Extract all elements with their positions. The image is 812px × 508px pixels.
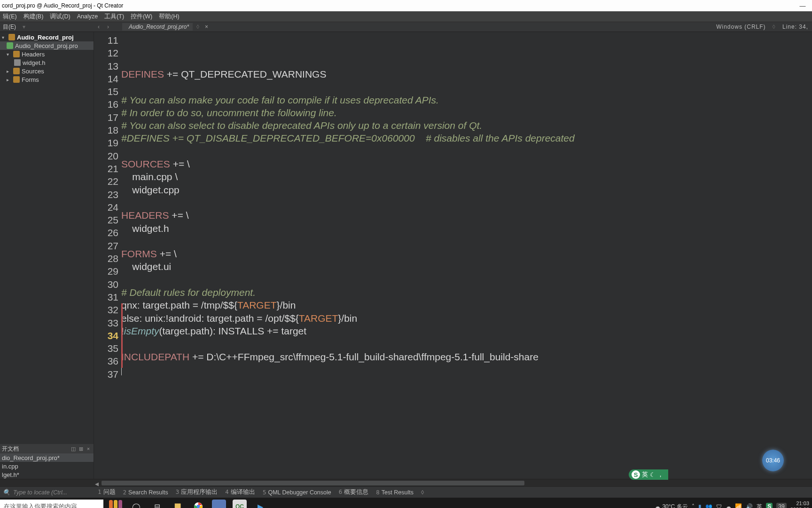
tray-cloud-icon[interactable]: ☁ (726, 503, 731, 508)
open-doc-item[interactable]: lget.h* (0, 470, 94, 479)
tray-clock[interactable]: 21:03 2022-08 (790, 500, 809, 508)
code-line[interactable]: #DEFINES += QT_DISABLE_DEPRECATED_BEFORE… (121, 132, 812, 144)
tray-chevron-up-icon[interactable]: ˄ (692, 503, 695, 508)
code-line[interactable]: # You can also make your code fail to co… (121, 94, 812, 106)
code-area[interactable]: DEFINES += QT_DEPRECATED_WARNINGS# You c… (121, 32, 812, 479)
line-number: 27 (94, 239, 121, 252)
code-line[interactable]: # In order to do so, uncomment the follo… (121, 106, 812, 119)
code-line[interactable] (121, 196, 812, 209)
cursor-position[interactable]: Line: 34, (782, 24, 808, 30)
editor-h-scrollbar[interactable]: ◂ (0, 479, 812, 486)
menu-edit[interactable]: 辑(E) (1, 13, 19, 21)
open-docs-close-icon[interactable]: × (85, 445, 92, 452)
code-line[interactable]: !isEmpty(target.path): INSTALLS += targe… (121, 325, 812, 337)
tray-weather[interactable]: ☁ 30°C 多云 (655, 503, 688, 508)
encoding-indicator[interactable]: Windows (CRLF) (716, 24, 765, 30)
taskbar-start-button[interactable]: ◯ (126, 498, 147, 508)
tray-wifi-icon[interactable]: 📶 (735, 503, 742, 508)
editor-tab[interactable]: Audio_Record_proj.pro* (122, 23, 193, 31)
code-line[interactable] (121, 363, 812, 376)
menu-help[interactable]: 帮助(H) (157, 13, 181, 21)
tree-root[interactable]: ▾ Audio_Record_proj (0, 33, 94, 41)
code-line[interactable]: HEADERS += \ (121, 209, 812, 222)
scrollbar-thumb[interactable] (102, 481, 524, 485)
ime-popup[interactable]: S 英 ☾ ， (629, 469, 668, 480)
code-line[interactable]: INCLUDEPATH += D:\C++FFmpeg_src\ffmpeg-5… (121, 350, 812, 363)
code-line[interactable] (121, 273, 812, 286)
taskbar-search[interactable]: 在这里输入你要搜索的内容 (0, 500, 103, 508)
pane-general[interactable]: 6概要信息 (335, 488, 373, 496)
tray-battery-icon[interactable]: ▮ (698, 503, 702, 508)
code-line[interactable] (121, 389, 812, 401)
code-line[interactable] (121, 80, 812, 93)
taskbar-qtcreator-icon[interactable]: QC (233, 500, 247, 508)
code-line[interactable]: # Default rules for deployment. (121, 286, 812, 299)
tree-forms-folder[interactable]: ▸ Forms (0, 75, 94, 84)
tree-headers-folder[interactable]: ▾ Headers (0, 50, 94, 58)
pane-app-output[interactable]: 3应用程序输出 (172, 488, 222, 496)
menu-widgets[interactable]: 控件(W) (129, 13, 154, 21)
line-number: 22 (94, 175, 121, 188)
code-line[interactable]: # You can also select to disable depreca… (121, 119, 812, 132)
code-line[interactable]: widget.cpp (121, 183, 812, 196)
code-line[interactable]: widget.ui (121, 260, 812, 273)
code-line[interactable] (121, 402, 812, 414)
code-line[interactable]: SOURCES += \ (121, 158, 812, 170)
pane-compile[interactable]: 4编译输出 (221, 488, 259, 496)
code-line[interactable] (121, 145, 812, 158)
code-line[interactable]: qnx: target.path = /tmp/$${TARGET}/bin (121, 299, 812, 311)
code-line[interactable]: else: unix:!android: target.path = /opt/… (121, 312, 812, 325)
tray-badge[interactable]: 39 (776, 503, 786, 508)
tray-people-icon[interactable]: 👥 (705, 503, 712, 508)
code-line[interactable]: DEFINES += QT_DEPRECATED_WARNINGS (121, 68, 812, 80)
pane-expand-icon[interactable]: ◊ (417, 489, 428, 496)
project-pane-header[interactable]: 目(E) (2, 23, 21, 31)
floating-timer[interactable]: 03:46 (762, 450, 784, 471)
open-docs-split-icon[interactable]: ◫ (70, 445, 77, 452)
pane-qml-debug[interactable]: 5QML Debugger Console (259, 489, 335, 496)
open-doc-item[interactable]: in.cpp (0, 462, 94, 470)
pane-test-results[interactable]: 8Test Results (372, 489, 417, 496)
open-docs-list[interactable]: dio_Record_proj.pro* in.cpp lget.h* (0, 453, 94, 479)
code-line[interactable]: widget.h (121, 222, 812, 235)
pane-search[interactable]: 2Search Results (119, 489, 172, 496)
line-number: 37 (94, 368, 121, 381)
tab-close-button[interactable]: × (203, 24, 210, 30)
tree-headers-label: Headers (22, 51, 45, 58)
tab-dropdown-icon[interactable]: ◊ (195, 24, 201, 30)
open-docs-add-icon[interactable]: ⊞ (78, 445, 84, 452)
taskbar-app-icon[interactable] (212, 500, 226, 508)
tray-shield-icon[interactable]: 🛡 (716, 503, 722, 508)
code-line[interactable]: main.cpp \ (121, 170, 812, 183)
pane-issues[interactable]: 1问题 (94, 488, 119, 496)
code-line[interactable] (121, 235, 812, 247)
taskbar-taskview-icon[interactable]: ⊟ (147, 498, 167, 508)
menu-analyze[interactable]: Analyze (75, 13, 100, 20)
taskbar-explorer-icon[interactable]: ▇ (167, 498, 188, 508)
menu-debug[interactable]: 调试(D) (48, 13, 72, 21)
tray-volume-icon[interactable]: 🔊 (746, 503, 753, 508)
tree-widget-h[interactable]: widget.h (0, 58, 94, 67)
menu-build[interactable]: 构建(B) (22, 13, 46, 21)
taskbar-media-icon[interactable]: ▶ (250, 498, 271, 508)
taskbar-palette-icon[interactable] (105, 498, 126, 508)
minimize-button[interactable]: — (793, 2, 812, 9)
output-pane-bar: 🔍 Type to locate (Ctrl... 1问题 2Search Re… (0, 486, 812, 498)
project-tree[interactable]: ▾ Audio_Record_proj Audio_Record_proj.pr… (0, 32, 94, 444)
code-editor[interactable]: 1112131415161718192021222324252627282930… (94, 32, 812, 479)
open-doc-item[interactable]: dio_Record_proj.pro* (0, 453, 94, 462)
line-number: 25 (94, 214, 121, 226)
tree-sources-folder[interactable]: ▸ Sources (0, 67, 94, 75)
code-line[interactable]: FORMS += \ (121, 247, 812, 260)
line-number: 20 (94, 150, 121, 162)
tree-pro-file[interactable]: Audio_Record_proj.pro (0, 41, 94, 50)
nav-back-button[interactable]: ‹ (95, 23, 102, 31)
locator-input[interactable]: 🔍 Type to locate (Ctrl... (0, 489, 94, 496)
taskbar-chrome-icon[interactable] (188, 498, 209, 508)
tray-sogou-icon[interactable]: S (766, 503, 773, 508)
tray-ime-lang[interactable]: 英 (757, 503, 762, 508)
code-line[interactable] (121, 376, 812, 389)
nav-forward-button[interactable]: › (104, 23, 112, 31)
menu-tools[interactable]: 工具(T) (102, 13, 126, 21)
code-line[interactable] (121, 337, 812, 350)
